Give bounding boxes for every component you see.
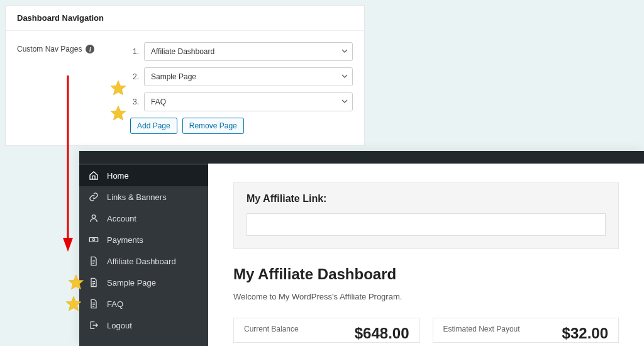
- sidebar-item-home[interactable]: Home: [79, 165, 208, 186]
- stat-next-payout: Estimated Next Payout $32.00: [433, 318, 619, 343]
- link-card-title: My Affiliate Link:: [247, 193, 606, 204]
- sidebar-item-label: FAQ: [107, 299, 123, 309]
- sidebar-item-label: Account: [107, 214, 136, 223]
- panel-title: Dashboard Navigation: [17, 13, 353, 23]
- sidebar-item-label: Links & Banners: [107, 193, 167, 202]
- select-value: Affiliate Dashboard: [151, 47, 214, 56]
- document-icon: [88, 277, 99, 287]
- sidebar-item-affiliate-dashboard[interactable]: Affiliate Dashboard: [79, 250, 208, 272]
- row-number: 1.: [130, 47, 139, 56]
- dashboard-sidebar: Home Links & Banners Account Payments Af…: [79, 164, 208, 346]
- row-number: 3.: [130, 98, 139, 106]
- select-value: FAQ: [151, 98, 166, 106]
- sidebar-item-label: Affiliate Dashboard: [107, 257, 176, 266]
- home-icon: [88, 170, 99, 181]
- document-icon: [88, 299, 99, 309]
- affiliate-link-input[interactable]: [247, 213, 606, 236]
- sidebar-item-label: Sample Page: [107, 278, 156, 287]
- nav-pages-label: Custom Nav Pages: [17, 45, 82, 53]
- settings-header: Dashboard Navigation: [6, 6, 364, 31]
- svg-marker-4: [63, 238, 73, 252]
- sidebar-item-payments[interactable]: Payments: [79, 229, 208, 250]
- sidebar-item-label: Logout: [107, 321, 132, 330]
- sidebar-item-logout[interactable]: Logout: [79, 315, 208, 336]
- document-icon: [88, 256, 99, 266]
- svg-point-2: [92, 238, 94, 240]
- sidebar-item-links[interactable]: Links & Banners: [79, 186, 208, 208]
- settings-panel: Dashboard Navigation Custom Nav Pages i …: [5, 5, 365, 146]
- settings-label: Custom Nav Pages i: [17, 42, 130, 134]
- nav-select-3[interactable]: FAQ: [144, 92, 353, 111]
- select-value: Sample Page: [151, 72, 196, 81]
- stat-current-balance: Current Balance $648.00: [233, 318, 420, 343]
- svg-rect-1: [89, 238, 97, 242]
- nav-select-2[interactable]: Sample Page: [144, 67, 353, 86]
- row-number: 2.: [130, 72, 139, 81]
- stat-label: Estimated Next Payout: [443, 325, 520, 333]
- nav-row-2: 2. Sample Page: [130, 67, 353, 86]
- nav-select-1[interactable]: Affiliate Dashboard: [144, 42, 353, 61]
- logout-icon: [88, 320, 99, 330]
- add-page-button[interactable]: Add Page: [130, 118, 177, 134]
- svg-point-0: [92, 215, 95, 218]
- settings-fields: 1. Affiliate Dashboard 2. Sample Page 3.…: [130, 42, 353, 134]
- user-icon: [88, 213, 99, 223]
- sidebar-item-faq[interactable]: FAQ: [79, 293, 208, 315]
- link-icon: [88, 192, 99, 202]
- stat-value: $648.00: [355, 325, 409, 342]
- affiliate-link-card: My Affiliate Link:: [233, 182, 619, 249]
- sidebar-item-account[interactable]: Account: [79, 208, 208, 229]
- remove-page-button[interactable]: Remove Page: [182, 118, 244, 134]
- nav-row-3: 3. FAQ: [130, 92, 353, 111]
- dashboard-heading: My Affiliate Dashboard: [233, 265, 619, 283]
- dashboard-topbar: [79, 151, 644, 164]
- dashboard-main: My Affiliate Link: My Affiliate Dashboar…: [208, 164, 644, 346]
- sidebar-item-sample-page[interactable]: Sample Page: [79, 272, 208, 293]
- nav-row-1: 1. Affiliate Dashboard: [130, 42, 353, 61]
- stats-row: Current Balance $648.00 Estimated Next P…: [233, 318, 619, 343]
- sidebar-item-label: Payments: [107, 235, 143, 245]
- money-icon: [88, 235, 99, 245]
- stat-value: $32.00: [562, 325, 608, 342]
- welcome-text: Welcome to My WordPress's Affiliate Prog…: [233, 292, 619, 301]
- dashboard-window: Home Links & Banners Account Payments Af…: [79, 151, 644, 346]
- sidebar-item-label: Home: [107, 171, 129, 181]
- stat-label: Current Balance: [244, 325, 299, 333]
- info-icon[interactable]: i: [86, 45, 94, 53]
